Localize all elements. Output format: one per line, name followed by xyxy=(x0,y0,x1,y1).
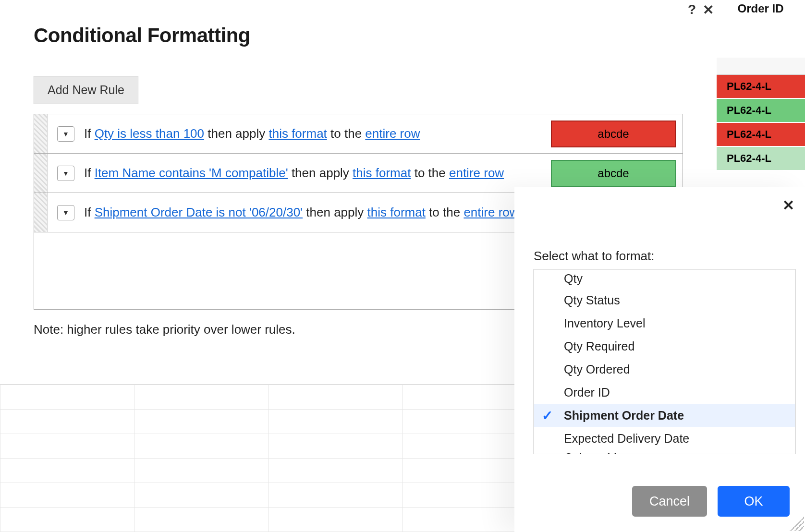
option-label: Qty xyxy=(564,272,583,286)
format-target-option[interactable]: Inventory Level xyxy=(534,312,795,335)
dialog-title: Conditional Formatting xyxy=(34,24,683,47)
format-target-option[interactable]: Qty Status xyxy=(534,289,795,312)
option-label: Qty Required xyxy=(564,339,634,353)
rule-format-link[interactable]: this format xyxy=(367,205,426,219)
rule-row: ▼If Qty is less than 100 then apply this… xyxy=(34,114,683,154)
rule-scope-link[interactable]: entire row xyxy=(365,126,420,141)
drag-handle-icon[interactable] xyxy=(34,154,48,193)
rule-description: If Item Name contains 'M compatible' the… xyxy=(84,157,551,190)
rule-to-text: to the xyxy=(426,205,464,219)
check-icon: ✓ xyxy=(542,408,553,423)
rule-then-text: then apply xyxy=(288,166,353,180)
rule-description: If Qty is less than 100 then apply this … xyxy=(84,117,551,151)
data-cell-order-id[interactable]: PL62-4-L xyxy=(716,147,805,171)
format-target-option[interactable]: Order ID xyxy=(534,381,795,404)
drag-handle-icon[interactable] xyxy=(34,114,48,153)
help-icon[interactable]: ? xyxy=(688,2,696,18)
format-target-option[interactable]: Expected Delivery Date xyxy=(534,427,795,450)
option-label: Order ID xyxy=(564,386,610,399)
close-icon[interactable]: ✕ xyxy=(782,197,794,214)
rule-format-link[interactable]: this format xyxy=(353,166,411,180)
option-label: Qty Status xyxy=(564,293,620,307)
format-target-option[interactable]: Qty Ordered xyxy=(534,358,795,381)
rule-if-text: If xyxy=(84,205,95,219)
cancel-button[interactable]: Cancel xyxy=(632,486,707,517)
option-label: Expected Delivery Date xyxy=(564,432,689,446)
format-target-option[interactable]: Qty xyxy=(534,269,795,289)
rule-format-preview[interactable]: abcde xyxy=(551,160,676,187)
rule-condition-link[interactable]: Qty is less than 100 xyxy=(95,126,204,141)
rule-then-text: then apply xyxy=(204,126,268,141)
column-header-order-id[interactable]: Order ID xyxy=(716,0,805,58)
rule-to-text: to the xyxy=(327,126,366,141)
data-cell-order-id[interactable]: PL62-4-L xyxy=(716,75,805,99)
select-label: Select what to format: xyxy=(534,249,654,264)
rule-condition-link[interactable]: Item Name contains 'M compatible' xyxy=(95,166,288,180)
format-target-option[interactable]: ✓Shipment Order Date xyxy=(534,404,795,427)
drag-handle-icon[interactable] xyxy=(34,193,48,232)
option-label: Inventory Level xyxy=(564,316,646,330)
add-new-rule-button[interactable]: Add New Rule xyxy=(34,76,138,104)
option-label: Shipment Order Date xyxy=(564,409,684,423)
close-icon[interactable]: ✕ xyxy=(703,2,714,18)
select-format-popup: ✕ Select what to format: QtyQty StatusIn… xyxy=(514,187,805,532)
rule-menu-dropdown[interactable]: ▼ xyxy=(57,166,74,181)
data-column-order-id: Order ID PL62-4-LPL62-4-LPL62-4-LPL62-4-… xyxy=(716,0,805,173)
ok-button[interactable]: OK xyxy=(718,486,790,517)
format-target-list[interactable]: QtyQty StatusInventory LevelQty Required… xyxy=(534,269,795,454)
data-cell-order-id[interactable]: PL62-4-L xyxy=(716,99,805,123)
rule-scope-link[interactable]: entire row xyxy=(449,166,504,180)
rule-condition-link[interactable]: Shipment Order Date is not '06/20/30' xyxy=(95,205,303,219)
rule-then-text: then apply xyxy=(303,205,367,219)
rule-if-text: If xyxy=(84,166,95,180)
resize-grip-icon[interactable] xyxy=(790,517,804,531)
rule-to-text: to the xyxy=(411,166,449,180)
option-label: Qty Ordered xyxy=(564,363,630,376)
format-target-option[interactable]: Column11 xyxy=(534,450,795,454)
format-target-option[interactable]: Qty Required xyxy=(534,335,795,358)
rule-menu-dropdown[interactable]: ▼ xyxy=(57,205,74,220)
rule-if-text: If xyxy=(84,126,95,141)
rule-menu-dropdown[interactable]: ▼ xyxy=(57,126,74,142)
column-blank-row xyxy=(716,58,805,75)
data-cell-order-id[interactable]: PL62-4-L xyxy=(716,123,805,147)
rule-format-link[interactable]: this format xyxy=(268,126,327,141)
option-label: Column11 xyxy=(564,451,619,454)
rule-format-preview[interactable]: abcde xyxy=(551,121,676,147)
rule-scope-link[interactable]: entire row xyxy=(463,205,518,219)
